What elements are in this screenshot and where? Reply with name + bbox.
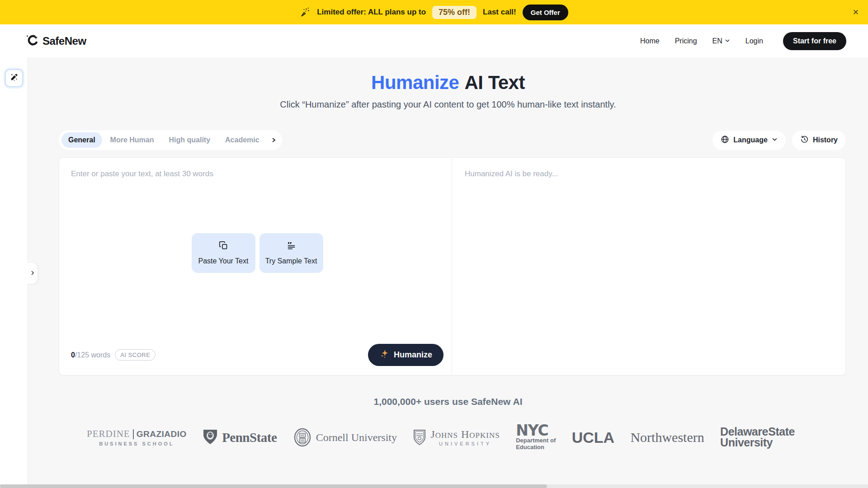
logo-ucla: UCLA (572, 429, 614, 446)
word-limit: /125 words (75, 351, 110, 359)
discount-badge: 75% off! (432, 6, 476, 19)
university-logos-row: PERDINE GRAZIADIO BUSINESS SCHOOL (87, 421, 795, 454)
empty-state-actions: Paste Your Text Try Sampl (71, 178, 443, 344)
sample-text-icon (287, 241, 296, 252)
logo-johns-hopkins: Johns Hopkins UNIVERSITY (413, 428, 500, 446)
output-panel: Humanized AI is be ready... (452, 158, 845, 375)
chevron-right-icon (30, 269, 35, 277)
history-button[interactable]: History (792, 131, 846, 150)
sidebar (0, 57, 28, 488)
logo-nyc-doe: NYC Department of Education (516, 424, 556, 451)
nav-home[interactable]: Home (640, 37, 660, 45)
try-sample-text-button[interactable]: Try Sample Text (259, 233, 323, 273)
nav-login[interactable]: Login (745, 37, 763, 45)
banner-close-icon[interactable]: ✕ (853, 8, 859, 17)
output-placeholder: Humanized AI is be ready... (465, 169, 837, 178)
nav-pricing[interactable]: Pricing (675, 37, 697, 45)
nav-language-select[interactable]: EN (712, 37, 730, 45)
banner-offer-text: Limited offer: ALL plans up to (317, 8, 426, 17)
globe-icon (721, 135, 729, 145)
tab-high-quality[interactable]: High quality (162, 132, 217, 148)
brand-logo-icon (24, 33, 39, 49)
horizontal-scrollbar-thumb[interactable] (0, 484, 547, 488)
sparkle-icon (379, 349, 389, 361)
logo-penn-state: PennState (203, 429, 277, 446)
sidebar-expand-toggle[interactable] (28, 263, 38, 284)
page-subtitle: Click “Humanize” after pasting your AI c… (28, 99, 868, 110)
main-nav: Home Pricing EN Login Start for free (640, 32, 846, 50)
main-content: HumanizeAI Text Click “Humanize” after p… (28, 57, 868, 488)
page-title-rest: AI Text (464, 72, 524, 93)
humanizer-tool-button[interactable] (5, 69, 23, 87)
johns-hopkins-shield-icon (413, 429, 426, 446)
paste-your-text-button[interactable]: Paste Your Text (192, 233, 255, 273)
input-panel: Enter or paste your text, at least 30 wo… (59, 158, 452, 375)
logo-cornell-university: Cornell University (293, 428, 397, 447)
brand-logo[interactable]: SafeNew (24, 33, 86, 49)
page-title: HumanizeAI Text (28, 72, 868, 94)
word-count: 0 (71, 351, 75, 359)
magic-pencil-icon (9, 73, 19, 84)
editor-tools: Language History (712, 131, 846, 150)
logo-delaware-state: Delaware State University (720, 427, 795, 448)
word-counter: 0/125 words AI SCORE (71, 349, 156, 361)
social-proof-heading: 1,000,000+ users use SafeNew AI (28, 396, 868, 407)
input-textarea[interactable]: Enter or paste your text, at least 30 wo… (71, 169, 443, 178)
party-popper-icon (300, 7, 311, 18)
brand-name: SafeNew (42, 35, 86, 47)
page-title-highlight: Humanize (371, 72, 459, 93)
humanize-button[interactable]: Humanize (368, 344, 443, 366)
cornell-seal-icon (293, 428, 312, 447)
chevron-down-icon (725, 37, 730, 45)
history-icon (800, 135, 809, 145)
start-for-free-button[interactable]: Start for free (783, 32, 846, 50)
horizontal-scrollbar (0, 484, 868, 488)
more-tabs-chevron[interactable] (268, 134, 279, 146)
logo-pepperdine-graziadio: PERDINE GRAZIADIO BUSINESS SCHOOL (87, 428, 187, 446)
language-button[interactable]: Language (712, 131, 786, 150)
copy-icon (219, 241, 228, 252)
tab-academic[interactable]: Academic (218, 132, 266, 148)
chevron-down-icon (772, 136, 778, 144)
app-body: HumanizeAI Text Click “Humanize” after p… (0, 57, 868, 488)
logo-northwestern: Northwestern (630, 430, 704, 445)
tab-general[interactable]: General (61, 132, 102, 148)
penn-state-shield-icon (203, 429, 218, 446)
site-header: SafeNew Home Pricing EN Login Start for … (0, 24, 868, 57)
editor-card: Enter or paste your text, at least 30 wo… (59, 157, 846, 375)
tab-more-human[interactable]: More Human (104, 132, 161, 148)
promo-banner: Limited offer: ALL plans up to 75% off! … (0, 0, 868, 24)
ai-score-badge: AI SCORE (115, 349, 156, 361)
input-panel-footer: 0/125 words AI SCORE Humanize (71, 344, 443, 366)
banner-last-call-text: Last call! (483, 8, 516, 17)
mode-tabs: General More Human High quality Academic (59, 130, 282, 150)
controls-row: General More Human High quality Academic (59, 130, 846, 150)
get-offer-button[interactable]: Get Offer (523, 5, 568, 20)
